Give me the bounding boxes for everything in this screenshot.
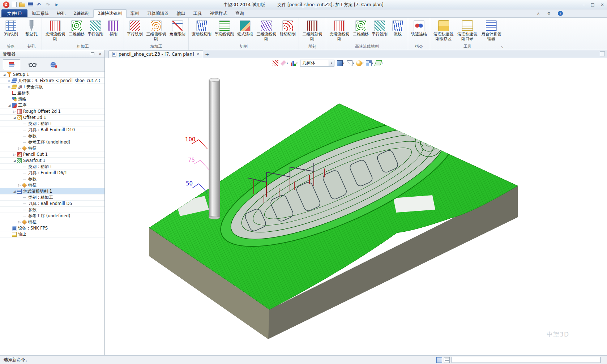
offset-2d-button[interactable]: 二维偏移: [68, 19, 86, 38]
undo-icon[interactable]: ↶: [35, 1, 42, 8]
clean-dir-button[interactable]: 清理快速铣削目录: [456, 19, 479, 42]
hsm-parallel-button[interactable]: 平行铣削: [371, 19, 389, 38]
tree-row[interactable]: 类别 : 精加工: [0, 194, 104, 201]
dropdown-arrow-icon[interactable]: ▾: [362, 62, 364, 65]
tree-row[interactable]: 刀具 : Endmill D6/1: [0, 170, 104, 176]
document-tab[interactable]: pencil_shoe_cut.Z3 - [7. Cam plan] ✕: [108, 50, 203, 58]
verify-manager-tab[interactable]: [45, 59, 62, 70]
ribbon-tab-0[interactable]: 加工系统: [27, 9, 53, 17]
close-panel-icon[interactable]: ×: [98, 51, 102, 56]
toolpath-link-button[interactable]: 轨迹连结: [410, 19, 428, 38]
expand-arrow-icon[interactable]: ▷: [12, 110, 17, 113]
ribbon-tab-3[interactable]: 3轴快速铣削: [93, 9, 127, 18]
tree-row[interactable]: 参数: [0, 176, 104, 182]
ribbon-tab-1[interactable]: 钻孔: [53, 9, 69, 17]
parallel-mill-button[interactable]: 平行铣削: [86, 19, 104, 38]
tree-row[interactable]: ▷Pencil Cut 1: [0, 151, 104, 158]
tree-row[interactable]: 刀具 : Ball Endmill D10: [0, 127, 104, 133]
new-tab-icon[interactable]: +: [203, 50, 211, 58]
save-icon[interactable]: [28, 2, 33, 7]
ribbon-tab-7[interactable]: 工具: [189, 9, 206, 17]
tree-row[interactable]: 类别 : 精加工: [0, 121, 104, 127]
tree-row[interactable]: 参数: [0, 207, 104, 213]
tree-row[interactable]: 参考工序 (undefined): [0, 213, 104, 219]
offset-3d-cut-button[interactable]: 三维偏移切削: [145, 19, 168, 42]
tree-row[interactable]: ◢Setup 1: [0, 72, 104, 78]
maximize-icon[interactable]: □: [591, 2, 595, 7]
ribbon-tab-8[interactable]: 视觉样式: [206, 9, 231, 17]
ribbon-tab-9[interactable]: 查询: [231, 9, 248, 17]
erase-toolpath-button[interactable]: ▾: [280, 59, 289, 67]
dropdown-arrow-icon[interactable]: ▾: [353, 62, 354, 65]
tree-row[interactable]: 刀具 : Ball Endmill D5: [0, 201, 104, 207]
close-tab-icon[interactable]: ✕: [196, 52, 200, 57]
viewport-3d-view[interactable]: 100 75 50: [105, 58, 607, 355]
expand-arrow-icon[interactable]: ◢: [12, 190, 17, 193]
wireframe-display-button[interactable]: ▾: [346, 59, 355, 67]
hsm-smooth-flow-button[interactable]: 光滑流线切削: [328, 19, 351, 42]
tree-row[interactable]: 输出: [0, 231, 104, 237]
hsm-flowline-button[interactable]: 流线: [389, 19, 406, 38]
hsm-offset-2d-button[interactable]: 二维偏移: [352, 19, 370, 38]
tree-row[interactable]: 类别 : 精加工: [0, 164, 104, 170]
clean-cache-button[interactable]: 清理快速铣削缓存区: [432, 19, 455, 42]
tree-row[interactable]: ▷特征: [0, 145, 104, 151]
dialog-launcher-icon[interactable]: ↘: [501, 45, 504, 49]
expand-arrow-icon[interactable]: ◢: [12, 159, 17, 162]
tree-row[interactable]: 参数: [0, 133, 104, 139]
pin-panel-icon[interactable]: [91, 52, 94, 55]
input-mode-icon[interactable]: [436, 357, 442, 363]
tree-row[interactable]: ▷Rough Offset 2d 1: [0, 108, 104, 115]
redo-icon[interactable]: ↷: [44, 1, 51, 8]
expand-arrow-icon[interactable]: ▷: [17, 184, 22, 187]
parallel-finish-button[interactable]: 平行铣削: [126, 19, 144, 38]
3axis-mill-button[interactable]: 3轴铣削: [3, 19, 19, 38]
angle-limit-button[interactable]: 角度限制: [168, 19, 187, 38]
appearance-button[interactable]: ▾: [355, 59, 364, 67]
flowline-3d-cut-button[interactable]: 三维流线切削: [255, 19, 278, 42]
geometry-display-combo[interactable]: 几何体▾: [300, 60, 334, 67]
expand-arrow-icon[interactable]: ◢: [7, 104, 12, 107]
view-orientation-button[interactable]: ▾: [365, 59, 374, 67]
pre-drill-button[interactable]: 预钻孔: [23, 19, 40, 38]
tree-row[interactable]: ▷加工安全高度: [0, 84, 104, 90]
expand-arrow-icon[interactable]: ▷: [7, 79, 12, 82]
dropdown-arrow-icon[interactable]: ▾: [372, 62, 373, 65]
tree-row[interactable]: 坐标系: [0, 90, 104, 96]
tree-row[interactable]: 参考工序 (undefined): [0, 139, 104, 145]
drive-curve-cut-button[interactable]: 驱动线切削: [191, 19, 213, 38]
smooth-flow-cut-button[interactable]: 光滑流线切削: [44, 19, 67, 42]
tab-list-icon[interactable]: [600, 51, 605, 56]
expand-arrow-icon[interactable]: ◢: [12, 116, 17, 119]
collapse-ribbon-icon[interactable]: ∧: [537, 11, 540, 16]
tree-row[interactable]: ▷特征: [0, 219, 104, 225]
tree-row[interactable]: ◢笔式清根切削 1: [0, 188, 104, 194]
command-history-icon[interactable]: [444, 357, 450, 363]
plunge-cut-button[interactable]: 插削: [105, 19, 122, 38]
zlevel-cut-button[interactable]: 等高线切削: [213, 19, 235, 38]
settings-gear-icon[interactable]: ⚙: [547, 11, 551, 16]
ribbon-tab-2[interactable]: 2轴铣削: [69, 9, 93, 17]
expand-arrow-icon[interactable]: ▷: [17, 147, 22, 150]
tree-row[interactable]: ◢Offset 3d 1: [0, 115, 104, 121]
combo-arrow-icon[interactable]: ▾: [329, 60, 334, 66]
ribbon-tab-4[interactable]: 车削: [127, 9, 143, 17]
tree-row[interactable]: 设备 : SNK FPS: [0, 225, 104, 231]
file-menu-button[interactable]: 文件(F): [1, 9, 27, 17]
visual-manager-tab[interactable]: [24, 59, 41, 70]
open-file-icon[interactable]: [19, 3, 25, 7]
expand-arrow-icon[interactable]: ▷: [17, 220, 22, 224]
tree-row[interactable]: 策略: [0, 96, 104, 102]
dropdown-arrow-icon[interactable]: ▾: [343, 62, 345, 65]
tree-row[interactable]: ◢Swarfcut 1: [0, 158, 104, 164]
expand-arrow-icon[interactable]: ▷: [7, 85, 12, 89]
new-file-icon[interactable]: [12, 2, 17, 7]
background-calc-button[interactable]: 后台计算管理器: [480, 19, 503, 42]
engrave-2d-button[interactable]: 二维雕刻切削: [301, 19, 324, 42]
shaded-display-button[interactable]: ▾: [336, 59, 345, 67]
ribbon-tab-5[interactable]: 刀轨编辑器: [143, 9, 173, 17]
display-stats-button[interactable]: ▾: [290, 59, 299, 67]
ribbon-tab-6[interactable]: 输出: [173, 9, 189, 17]
cam-manager-tab[interactable]: [3, 59, 20, 70]
minimize-icon[interactable]: –: [583, 2, 585, 7]
